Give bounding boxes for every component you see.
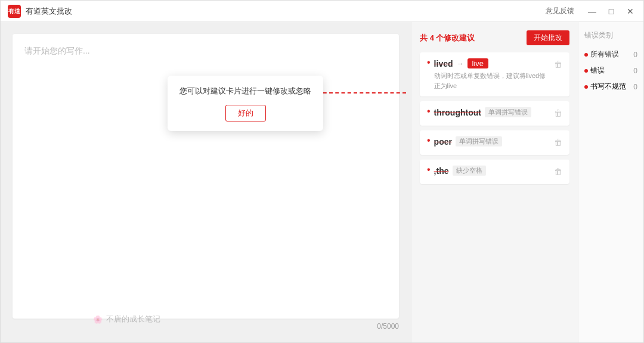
suggestion-words: ,the 缺少空格 [434, 166, 552, 176]
error-count: 0 [633, 51, 637, 59]
error-type-name: 书写不规范 [584, 82, 626, 92]
maximize-button[interactable]: □ [605, 5, 617, 17]
delete-icon[interactable]: 🗑 [554, 108, 562, 118]
suggestion-content: throughtout 单词拼写错误 [434, 107, 552, 120]
bullet-icon: • [427, 106, 431, 117]
delete-icon[interactable]: 🗑 [554, 138, 562, 147]
count-prefix: 共 [420, 33, 428, 42]
app-logo: 有道 [8, 5, 21, 18]
suggestion-words: lived → live [434, 58, 552, 68]
error-count: 0 [633, 83, 637, 91]
error-type-name: 所有错误 [584, 49, 619, 60]
suggestions-count: 共 4 个修改建议 [420, 33, 475, 43]
tooltip-text: 您可以对建议卡片进行一键修改或忽略 [179, 85, 311, 98]
word-replacement: live [467, 58, 489, 68]
editor-area: 请开始您的写作... 0/5000 您可以对建议卡片进行一键修改或忽略 好的 🌸… [1, 22, 411, 342]
word-original: ,the [434, 166, 449, 176]
word-original: throughtout [434, 108, 481, 117]
word-original: lived [434, 59, 453, 68]
word-original: poer [434, 137, 452, 146]
suggestion-content: lived → live 动词时态或单复数错误，建议将lived修正为live [434, 58, 552, 91]
word-count: 0/5000 [13, 322, 399, 330]
suggestion-words: throughtout 单词拼写错误 [434, 107, 552, 117]
window-controls: — □ ✕ [586, 5, 636, 17]
app-title: 有道英文批改 [26, 6, 546, 17]
suggestions-panel: 共 4 个修改建议 开始批改 • lived → live 动词时态或单复数错误… [411, 22, 578, 342]
word-arrow: → [457, 60, 464, 68]
bullet-icon: • [427, 164, 431, 175]
suggestion-item[interactable]: • lived → live 动词时态或单复数错误，建议将lived修正为liv… [420, 52, 569, 96]
word-tag: 单词拼写错误 [485, 107, 531, 117]
suggestion-item[interactable]: • ,the 缺少空格 🗑 [420, 160, 569, 184]
suggestion-desc: 动词时态或单复数错误，建议将lived修正为live [434, 71, 552, 91]
close-button[interactable]: ✕ [624, 5, 636, 17]
delete-icon[interactable]: 🗑 [554, 60, 562, 69]
count-suffix: 个修改建议 [436, 33, 475, 42]
suggestion-item[interactable]: • poer 单词拼写错误 🗑 [420, 130, 569, 155]
bullet-icon: • [427, 57, 431, 68]
error-count: 0 [633, 67, 637, 75]
error-sidebar-title: 错误类别 [584, 30, 637, 40]
error-type-label: 书写不规范 [590, 82, 626, 92]
error-dot-icon [584, 69, 588, 73]
error-sidebar: 错误类别 所有错误 0 错误 0 书写不规范 [578, 22, 643, 342]
title-bar: 有道 有道英文批改 意见反馈 — □ ✕ [1, 1, 643, 22]
error-dot-icon [584, 53, 588, 57]
error-type-mistake[interactable]: 错误 0 [584, 63, 637, 79]
editor-placeholder: 请开始您的写作... [24, 46, 387, 57]
bullet-icon: • [427, 135, 431, 146]
app-window: 有道 有道英文批改 意见反馈 — □ ✕ 请开始您的写作... 0/5000 您… [0, 0, 644, 343]
error-type-name: 错误 [584, 66, 605, 76]
error-dot-icon [584, 85, 588, 89]
feedback-link[interactable]: 意见反馈 [546, 6, 574, 16]
suggestions-header: 共 4 个修改建议 开始批改 [420, 30, 569, 45]
error-type-nonstandard[interactable]: 书写不规范 0 [584, 79, 637, 95]
logo-text: 有道 [8, 7, 20, 15]
delete-icon[interactable]: 🗑 [554, 167, 562, 176]
error-type-label: 所有错误 [590, 49, 619, 60]
suggestion-content: poer 单词拼写错误 [434, 136, 552, 149]
error-type-label: 错误 [590, 66, 605, 76]
count-number: 4 [430, 33, 434, 42]
main-content: 请开始您的写作... 0/5000 您可以对建议卡片进行一键修改或忽略 好的 🌸… [1, 22, 643, 342]
start-correction-button[interactable]: 开始批改 [527, 30, 569, 45]
suggestion-content: ,the 缺少空格 [434, 166, 552, 178]
word-tag: 缺少空格 [453, 166, 486, 176]
word-tag: 单词拼写错误 [456, 136, 502, 146]
minimize-button[interactable]: — [586, 5, 598, 17]
suggestion-item[interactable]: • throughtout 单词拼写错误 🗑 [420, 101, 569, 126]
suggestion-words: poer 单词拼写错误 [434, 136, 552, 146]
error-type-all[interactable]: 所有错误 0 [584, 46, 637, 63]
tooltip-popup: 您可以对建议卡片进行一键修改或忽略 好的 [168, 76, 323, 131]
tooltip-ok-button[interactable]: 好的 [225, 105, 266, 121]
